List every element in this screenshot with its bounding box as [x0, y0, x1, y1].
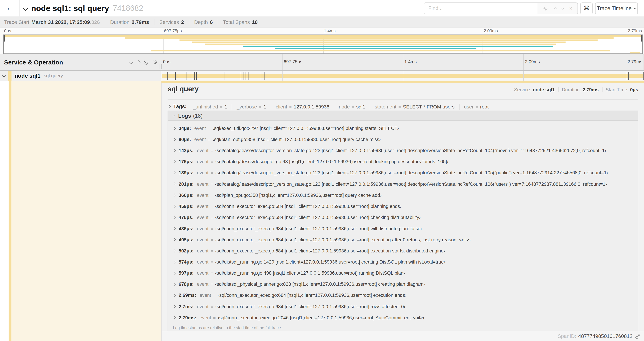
- log-field-value: ‹sql/conn_executor_exec.go:684 [nsql1,cl…: [215, 226, 422, 231]
- detail-summary-value: node sql1: [533, 87, 555, 92]
- jaeger-trace-view: ← node sql1: sql query 7418682 × ⌘ Trace…: [0, 0, 644, 341]
- ruler-gridline: [282, 54, 282, 70]
- log-marker: [246, 72, 246, 80]
- log-row[interactable]: 502μs:event=‹sql/conn_executor_exec.go:6…: [168, 245, 638, 256]
- span-row-name-cell[interactable]: node sql1 sql query: [0, 71, 161, 81]
- log-expand-icon: [173, 283, 176, 286]
- deep-link-icon[interactable]: [635, 333, 641, 339]
- log-marker: [627, 72, 627, 80]
- find-buttons: ×: [538, 3, 577, 14]
- log-row[interactable]: 2.69ms:event=‹sql/conn_executor_exec.go:…: [168, 290, 638, 301]
- log-row[interactable]: 142μs:event=‹sql/catalog/lease/descripto…: [168, 145, 638, 156]
- detail-summary-value: 2.79ms: [582, 87, 599, 92]
- log-marker: [279, 72, 279, 80]
- log-row[interactable]: 176μs:event=‹sql/catalog/descs/descripto…: [168, 156, 638, 167]
- log-row[interactable]: 476μs:event=‹sql/conn_executor_exec.go:6…: [168, 212, 638, 223]
- expand-all-icon[interactable]: [150, 54, 158, 70]
- log-row[interactable]: 574μs:event=‹sql/distsql_running.go:1420…: [168, 256, 638, 267]
- span-detail-panel: sql query Service:node sql1Duration:2.79…: [162, 81, 644, 331]
- summary-label: Trace Start: [4, 19, 30, 25]
- log-row[interactable]: 189μs:event=‹sql/catalog/lease/descripto…: [168, 167, 638, 178]
- clear-find-icon[interactable]: ×: [569, 5, 572, 12]
- log-expand-icon: [173, 171, 176, 174]
- minimap-span: [192, 41, 566, 43]
- tag-pill[interactable]: user=root: [459, 104, 493, 110]
- log-row[interactable]: 486μs:event=‹sql/conn_executor_exec.go:6…: [168, 223, 638, 234]
- logs-header[interactable]: Logs (18): [168, 111, 638, 121]
- back-button[interactable]: ←: [0, 0, 20, 17]
- log-field-name: event: [197, 170, 208, 175]
- tag-pill[interactable]: _verbose=1: [232, 104, 271, 110]
- summary-label: Depth: [194, 19, 208, 25]
- log-equals: =: [210, 181, 213, 186]
- tag-pill[interactable]: statement=SELECT * FROM users: [370, 104, 459, 110]
- log-row[interactable]: 80μs:event=‹sql/plan_opt.go:358 [nsql1,c…: [168, 134, 638, 145]
- detail-color-accent: [8, 81, 12, 341]
- collapse-trace-icon[interactable]: [24, 5, 28, 12]
- collapse-one-icon[interactable]: [127, 54, 135, 70]
- log-field-name: event: [197, 215, 208, 220]
- log-field-name: event: [197, 259, 208, 264]
- log-expand-icon: [173, 227, 176, 230]
- log-row[interactable]: 678μs:event=‹sql/distsql_physical_planne…: [168, 279, 638, 290]
- next-match-icon[interactable]: [562, 8, 564, 9]
- log-field-name: event: [197, 304, 208, 309]
- log-row[interactable]: 2.79ms:event=‹sql/conn_executor_exec.go:…: [168, 312, 638, 323]
- log-expand-icon: [173, 272, 176, 275]
- tags-row[interactable]: Tags: _unfinished=1_verbose=1client=127.…: [168, 102, 638, 111]
- minimap-canvas[interactable]: [3, 35, 643, 54]
- log-row[interactable]: 495μs:event=‹sql/conn_executor_exec.go:6…: [168, 234, 638, 245]
- span-service-name: node sql1: [14, 73, 40, 79]
- log-expand-icon: [173, 149, 176, 152]
- ruler-tick-label: 697.75μs: [284, 59, 302, 64]
- tag-value: SELECT * FROM users: [403, 104, 454, 110]
- log-row[interactable]: 34μs:event=‹sql/exec_util.go:2297 [nsql1…: [168, 123, 638, 134]
- keyboard-shortcuts-button[interactable]: ⌘: [580, 2, 592, 14]
- log-field-value: ‹sql/plan_opt.go:358 [nsql1,client=127.0…: [215, 193, 382, 198]
- viewport-left-scrubber[interactable]: [4, 35, 5, 42]
- log-marker: [194, 72, 194, 80]
- view-selector-button[interactable]: Trace Timeline: [595, 2, 638, 14]
- log-timestamp: 574μs:: [179, 259, 194, 264]
- log-marker: [225, 72, 225, 80]
- logs-section: Logs (18) 34μs:event=‹sql/exec_util.go:2…: [168, 111, 638, 333]
- span-collapse-icon[interactable]: [0, 75, 8, 76]
- collapse-all-icon[interactable]: [142, 54, 150, 70]
- prev-match-icon[interactable]: [554, 7, 556, 10]
- logs-collapse-icon: [172, 114, 175, 117]
- viewport-right-scrubber[interactable]: [641, 35, 642, 42]
- log-field-name: event: [197, 226, 208, 231]
- find-group: ×: [424, 2, 578, 14]
- back-arrow-icon: ←: [6, 4, 13, 12]
- summary-item: Depth6: [194, 19, 212, 25]
- tag-pill[interactable]: client=127.0.0.1:59936: [271, 104, 334, 110]
- locate-icon[interactable]: [543, 5, 549, 11]
- log-row[interactable]: 597μs:event=‹sql/distsql_running.go:498 …: [168, 267, 638, 279]
- tag-value: sql1: [356, 104, 365, 110]
- find-input[interactable]: [424, 3, 538, 14]
- log-row[interactable]: 459μs:event=‹sql/conn_executor_exec.go:6…: [168, 201, 638, 212]
- timeline-ruler: 0μs697.75μs1.4ms2.09ms2.79ms: [161, 54, 644, 70]
- log-equals: =: [210, 237, 213, 242]
- log-expand-icon: [173, 260, 176, 263]
- tags-label: Tags:: [173, 104, 186, 109]
- detail-operation-title: sql query: [168, 85, 198, 93]
- tag-pill[interactable]: _unfinished=1: [188, 104, 232, 110]
- log-field-value: ‹sql/conn_executor_exec.go:684 [nsql1,cl…: [215, 237, 471, 242]
- tag-pill[interactable]: node=sql1: [334, 104, 370, 110]
- span-detail-area: sql query Service:node sql1Duration:2.79…: [0, 81, 644, 341]
- expand-one-icon[interactable]: [135, 54, 142, 70]
- service-operation-header: Service & Operation: [0, 54, 161, 70]
- log-equals: =: [210, 204, 213, 209]
- span-row-timeline-cell[interactable]: [161, 71, 644, 81]
- log-marker: [244, 72, 244, 80]
- log-row[interactable]: 366μs:event=‹sql/plan_opt.go:358 [nsql1,…: [168, 190, 638, 201]
- ruler-gridline: [403, 54, 403, 70]
- tag-value: 127.0.0.1:59936: [294, 104, 330, 110]
- log-row[interactable]: 2.7ms:event=‹sql/conn_executor_exec.go:6…: [168, 301, 638, 312]
- log-field-name: event: [197, 282, 208, 287]
- tag-equals: =: [398, 105, 401, 109]
- log-row[interactable]: 201μs:event=‹sql/catalog/lease/descripto…: [168, 178, 638, 190]
- log-equals: =: [213, 315, 216, 320]
- detail-summary-separator: [558, 87, 558, 92]
